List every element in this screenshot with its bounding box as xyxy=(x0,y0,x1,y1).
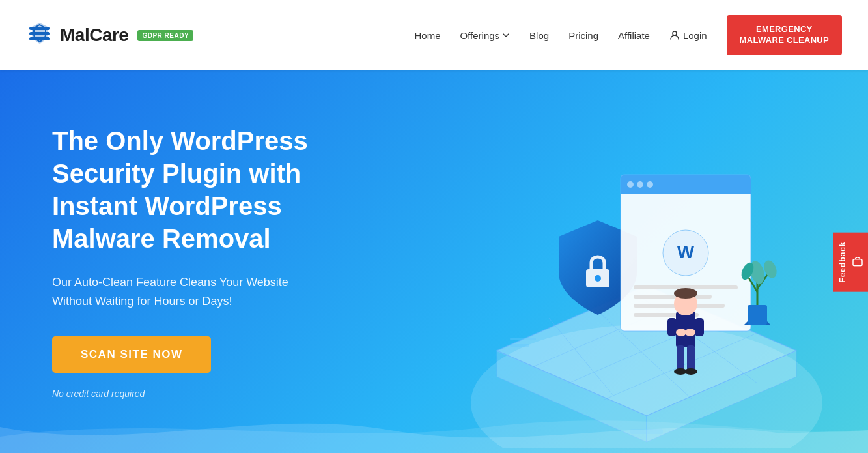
svg-point-38 xyxy=(684,368,697,375)
svg-rect-25 xyxy=(634,295,712,299)
nav-offerings[interactable]: Offerings xyxy=(460,30,511,41)
chevron-down-icon xyxy=(502,31,510,39)
svg-rect-32 xyxy=(695,318,704,336)
svg-point-46 xyxy=(762,259,779,280)
hero-subtitle: Our Auto-Clean Feature Cleans Your Websi… xyxy=(52,273,326,311)
logo-icon xyxy=(26,22,53,49)
user-icon xyxy=(669,30,680,40)
no-credit-card-text: No credit card required xyxy=(52,388,326,399)
header: MalCare GDPR READY Home Offerings Blog P… xyxy=(0,0,868,70)
nav-blog[interactable]: Blog xyxy=(529,30,549,41)
isometric-scene-svg: W xyxy=(393,90,835,448)
gdpr-badge: GDPR READY xyxy=(137,30,193,41)
hero-title: The Only WordPress Security Plugin with … xyxy=(52,124,326,255)
feedback-tab[interactable]: Feedback xyxy=(833,232,868,291)
nav-login[interactable]: Login xyxy=(669,30,707,41)
svg-point-33 xyxy=(685,329,695,336)
svg-point-15 xyxy=(595,275,601,282)
nav-affiliate[interactable]: Affiliate xyxy=(618,30,650,41)
logo-area: MalCare GDPR READY xyxy=(26,22,193,49)
hero-content: The Only WordPress Security Plugin with … xyxy=(0,85,378,439)
svg-point-19 xyxy=(627,181,634,188)
main-nav: Home Offerings Blog Pricing Affiliate Lo… xyxy=(414,15,842,55)
svg-rect-36 xyxy=(687,345,695,372)
svg-rect-18 xyxy=(621,188,751,194)
feedback-tab-container: Feedback xyxy=(833,232,868,291)
scan-site-button[interactable]: SCAN SITE NOW xyxy=(52,336,211,373)
svg-rect-40 xyxy=(748,305,767,325)
svg-point-34 xyxy=(676,329,686,336)
hero-illustration: W xyxy=(393,90,835,448)
nav-home[interactable]: Home xyxy=(414,30,440,41)
hero-wave xyxy=(0,401,868,453)
svg-text:W: W xyxy=(677,242,695,262)
hero-section: The Only WordPress Security Plugin with … xyxy=(0,70,868,453)
svg-rect-31 xyxy=(667,318,677,336)
svg-point-3 xyxy=(673,31,677,35)
nav-pricing[interactable]: Pricing xyxy=(568,30,598,41)
svg-rect-49 xyxy=(510,338,536,340)
svg-rect-35 xyxy=(677,345,684,372)
feedback-icon xyxy=(852,257,863,267)
svg-point-21 xyxy=(647,181,653,188)
logo-text: MalCare xyxy=(60,25,128,46)
svg-rect-50 xyxy=(510,344,529,347)
emergency-button[interactable]: EMERGENCY MALWARE CLEANUP xyxy=(727,15,842,55)
svg-point-20 xyxy=(637,181,643,188)
svg-rect-51 xyxy=(853,259,862,266)
svg-point-30 xyxy=(674,288,697,299)
